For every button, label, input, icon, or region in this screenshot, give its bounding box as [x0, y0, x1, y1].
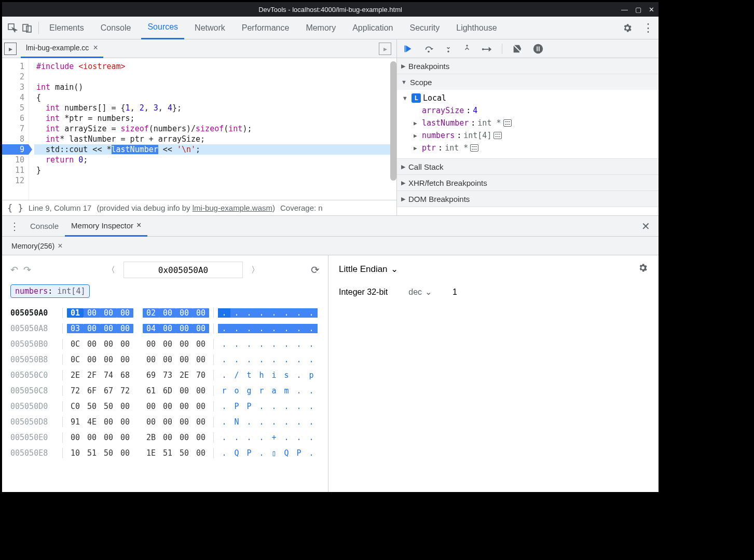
- drawer-tabs: ⋮ ConsoleMemory Inspector× ✕: [2, 216, 659, 237]
- close-tab-icon[interactable]: ×: [93, 43, 98, 52]
- code-line[interactable]: int numbers[] = {1, 2, 3, 4};: [34, 103, 396, 113]
- panel-scope[interactable]: ▼Scope: [397, 74, 659, 90]
- svg-point-7: [482, 48, 484, 50]
- prev-page-icon[interactable]: 〈: [104, 265, 118, 276]
- step-over-icon[interactable]: [423, 43, 434, 54]
- pause-exceptions-icon[interactable]: [532, 43, 544, 54]
- window-title: DevTools - localhost:4000/lmi-bug-exampl…: [258, 6, 402, 13]
- panel-breakpoints[interactable]: ▶Breakpoints: [397, 58, 659, 74]
- address-input[interactable]: [124, 262, 243, 278]
- run-snippet-icon[interactable]: ▸: [4, 43, 17, 55]
- debug-source-link[interactable]: lmi-bug-example.wasm: [193, 203, 272, 212]
- hex-row[interactable]: 005050B00C00000000000000........: [10, 336, 320, 352]
- panel-dom-breakpoints[interactable]: ▶DOM Breakpoints: [397, 191, 659, 207]
- inspect-icon[interactable]: [5, 21, 20, 35]
- close-icon[interactable]: ×: [136, 221, 141, 230]
- step-out-icon[interactable]: [462, 43, 472, 54]
- format-select[interactable]: dec ⌄: [408, 287, 432, 297]
- main-tab-network[interactable]: Network: [188, 17, 231, 39]
- close-window-icon[interactable]: ✕: [649, 6, 654, 13]
- cursor-position: Line 9, Column 17: [29, 203, 92, 212]
- drawer-tab-memory-inspector[interactable]: Memory Inspector×: [65, 216, 147, 237]
- scope-var-ptr[interactable]: ▶ptr: int *: [403, 142, 659, 154]
- code-line[interactable]: }: [34, 165, 396, 175]
- code-line[interactable]: return 0;: [34, 155, 396, 165]
- svg-rect-1: [23, 24, 28, 31]
- refresh-icon[interactable]: ⟳: [311, 264, 320, 276]
- svg-point-8: [533, 44, 543, 53]
- hex-row[interactable]: 005050C02E2F746869732E70./this.p: [10, 367, 320, 383]
- memory-settings-icon[interactable]: [638, 263, 648, 276]
- main-tab-security[interactable]: Security: [403, 17, 446, 39]
- panel-xhr-fetch-breakpoints[interactable]: ▶XHR/fetch Breakpoints: [397, 175, 659, 190]
- highlighted-object-chip[interactable]: numbers: int[4]: [10, 284, 90, 298]
- endianness-select[interactable]: Little Endian ⌄: [339, 264, 398, 275]
- svg-rect-3: [405, 45, 406, 52]
- window-titlebar: DevTools - localhost:4000/lmi-bug-exampl…: [2, 2, 659, 17]
- pretty-print-icon[interactable]: { }: [7, 203, 23, 213]
- code-line[interactable]: [34, 175, 396, 186]
- toggle-navigator-icon[interactable]: ▸: [379, 43, 391, 55]
- code-line[interactable]: [34, 72, 396, 82]
- main-tab-memory[interactable]: Memory: [299, 17, 342, 39]
- close-memory-tab-icon[interactable]: ×: [58, 241, 62, 251]
- svg-rect-10: [539, 46, 540, 51]
- hex-row[interactable]: 005050E8105150001E515000.QP.▯QP.: [10, 445, 320, 461]
- hex-row[interactable]: 005050E0000000002B000000....+...: [10, 430, 320, 445]
- hex-row[interactable]: 005050C8726F6772616D0000rogram..: [10, 383, 320, 399]
- file-tab[interactable]: lmi-bug-example.cc ×: [21, 39, 103, 58]
- deactivate-breakpoints-icon[interactable]: [512, 43, 523, 54]
- reveal-in-memory-icon[interactable]: [503, 119, 512, 127]
- code-line[interactable]: #include <iostream>: [34, 61, 396, 72]
- code-line[interactable]: std::cout << *lastNumber << '\n';: [34, 144, 396, 155]
- hex-row[interactable]: 005050A80300000004000000........: [10, 321, 320, 336]
- main-tab-performance[interactable]: Performance: [236, 17, 296, 39]
- scope-var-lastNumber[interactable]: ▶lastNumber: int *: [403, 117, 659, 129]
- reveal-in-memory-icon[interactable]: [470, 144, 478, 152]
- scope-local[interactable]: ▼L Local: [403, 92, 659, 104]
- chevron-down-icon: ⌄: [425, 287, 432, 297]
- main-tab-console[interactable]: Console: [94, 17, 138, 39]
- maximize-icon[interactable]: ▢: [635, 6, 641, 13]
- integer-type-label: Integer 32-bit: [339, 288, 388, 297]
- drawer-tab-console[interactable]: Console: [24, 216, 65, 237]
- step-into-icon[interactable]: [444, 43, 453, 54]
- svg-point-5: [447, 50, 449, 52]
- code-line[interactable]: int *ptr = numbers;: [34, 113, 396, 124]
- main-tab-elements[interactable]: Elements: [43, 17, 90, 39]
- hex-row[interactable]: 005050B80C00000000000000........: [10, 352, 320, 367]
- hex-row[interactable]: 005050D0C050500000000000.PP.....: [10, 399, 320, 414]
- kebab-menu-icon[interactable]: ⋮: [641, 21, 655, 35]
- device-toggle-icon[interactable]: [20, 21, 34, 35]
- memory-subtab[interactable]: Memory(256) ×: [6, 237, 68, 255]
- reveal-in-memory-icon[interactable]: [493, 132, 502, 139]
- undo-icon[interactable]: ↶: [10, 264, 18, 276]
- close-drawer-icon[interactable]: ✕: [636, 220, 655, 233]
- next-page-icon[interactable]: 〉: [248, 265, 263, 276]
- code-line[interactable]: int* lastNumber = ptr + arraySize;: [34, 134, 396, 144]
- scope-var-arraySize[interactable]: arraySize: 4: [403, 104, 659, 117]
- main-tab-lighthouse[interactable]: Lighthouse: [450, 17, 503, 39]
- code-line[interactable]: int main(): [34, 82, 396, 92]
- code-editor[interactable]: 123456789101112 #include <iostream>int m…: [2, 58, 396, 200]
- redo-icon[interactable]: ↷: [23, 264, 31, 276]
- scope-var-numbers[interactable]: ▶numbers: int[4]: [403, 129, 659, 142]
- scrollbar[interactable]: [390, 61, 396, 181]
- hex-row[interactable]: 005050D8914E000000000000.N......: [10, 414, 320, 430]
- drawer-menu-icon[interactable]: ⋮: [5, 220, 24, 233]
- code-line[interactable]: int arraySize = sizeof(numbers)/sizeof(i…: [34, 124, 396, 134]
- settings-gear-icon[interactable]: [620, 21, 635, 35]
- main-tab-application[interactable]: Application: [346, 17, 399, 39]
- code-line[interactable]: {: [34, 92, 396, 103]
- hex-viewer[interactable]: 005050A00100000002000000........005050A8…: [10, 305, 320, 461]
- svg-point-4: [428, 50, 430, 52]
- main-tab-sources[interactable]: Sources: [141, 17, 184, 39]
- step-icon[interactable]: [481, 43, 492, 54]
- debugger-toolbar: [397, 39, 659, 58]
- chevron-down-icon: ⌄: [391, 264, 398, 275]
- minimize-icon[interactable]: —: [621, 6, 628, 13]
- resume-icon[interactable]: [402, 43, 414, 54]
- hex-row[interactable]: 005050A00100000002000000........: [10, 305, 320, 321]
- file-tab-label: lmi-bug-example.cc: [26, 44, 89, 52]
- panel-call-stack[interactable]: ▶Call Stack: [397, 159, 659, 174]
